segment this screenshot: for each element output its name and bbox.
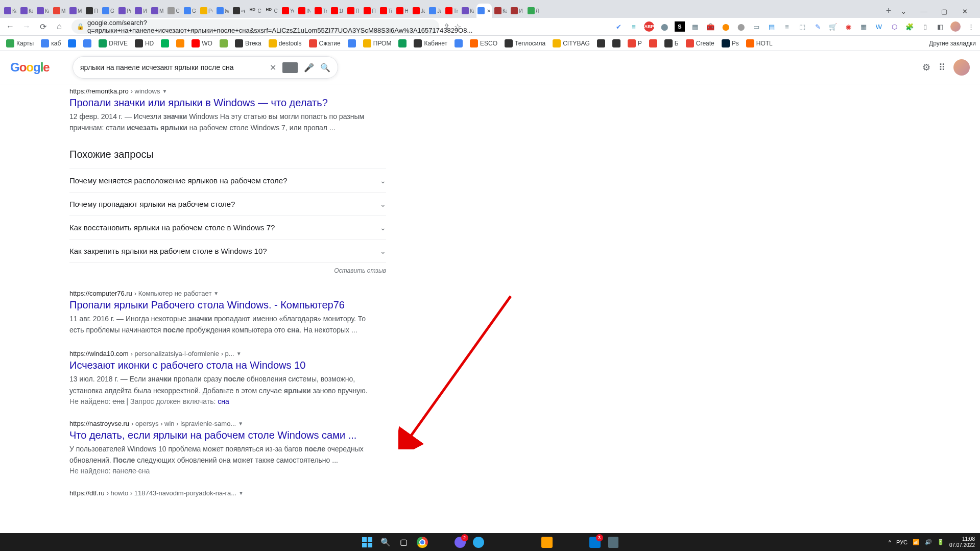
browser-tab[interactable]: Ка	[493, 4, 508, 18]
apps-icon[interactable]: ⠿	[939, 62, 945, 73]
browser-tab[interactable]: G	[101, 4, 116, 18]
reading-list-icon[interactable]: ▯	[920, 21, 930, 32]
related-search-item[interactable]: Как восстановить ярлыки на рабочем столе…	[69, 216, 386, 239]
search-taskbar-icon[interactable]: 🔍	[378, 535, 393, 549]
tray-chevron[interactable]: ^	[889, 539, 891, 545]
bookmark-item[interactable]	[452, 38, 465, 49]
ext-icon[interactable]: ⬤	[736, 21, 746, 32]
browser-tab[interactable]: И	[509, 4, 524, 18]
browser-tab[interactable]: П	[346, 4, 361, 18]
result-url[interactable]: https://computer76.ru › Компьютер не раб…	[69, 290, 376, 297]
account-avatar[interactable]	[953, 59, 970, 76]
bookmark-item[interactable]: Сжатие	[307, 38, 343, 49]
ext-icon[interactable]: W	[874, 21, 884, 32]
result-title[interactable]: Исчезают иконки с рабочего стола на Wind…	[69, 360, 376, 371]
browser-tab[interactable]: П	[84, 4, 100, 18]
volume-icon[interactable]: 🔊	[925, 539, 932, 545]
bookmark-item[interactable]: destools	[267, 38, 304, 49]
ext-icon[interactable]: ▦	[690, 21, 700, 32]
window-maximize[interactable]: ▢	[937, 8, 952, 15]
browser-tab[interactable]: IN	[297, 4, 312, 18]
feedback-taskbar-icon[interactable]: 3	[588, 535, 602, 549]
share-icon[interactable]: ⇪	[443, 22, 450, 32]
ext-icon[interactable]: ▦	[858, 21, 869, 32]
ext-icon[interactable]: ✔	[613, 21, 624, 32]
browser-tab[interactable]: Ка	[460, 4, 475, 18]
related-search-item[interactable]: Почему меняется расположение ярлыков на …	[69, 169, 386, 193]
browser-tab[interactable]: Ка	[35, 4, 51, 18]
back-button[interactable]: ←	[4, 22, 16, 31]
url-field[interactable]: 🔒 google.com/search?q=ярлыки+на+панеле+и…	[71, 19, 439, 34]
ext-icon[interactable]: ⬤	[721, 21, 731, 32]
bookmark-item[interactable]: Втека	[233, 38, 264, 49]
result-url[interactable]: https://remontka.pro › windows ▼	[69, 87, 376, 95]
new-tab-button[interactable]: +	[881, 4, 896, 18]
bookmark-item[interactable]: DRIVE	[97, 38, 130, 49]
browser-tab[interactable]: Tr	[444, 4, 459, 18]
ext-icon[interactable]: ≡	[629, 21, 639, 32]
bookmark-item[interactable]	[81, 38, 93, 49]
ext-icon[interactable]: ⬡	[889, 21, 899, 32]
bookmark-item[interactable]	[66, 38, 78, 49]
ext-icon[interactable]: 🧰	[705, 21, 715, 32]
result-title[interactable]: Пропали значки или ярлыки в Windows — чт…	[69, 97, 376, 109]
result-url[interactable]: https://winda10.com › personalizatsiya-i…	[69, 350, 376, 357]
ext-icon[interactable]: S	[675, 21, 685, 32]
ext-icon[interactable]: 🛒	[828, 21, 838, 32]
browser-tab[interactable]: HDC	[264, 4, 279, 18]
bookmark-item[interactable]: ESCO	[468, 38, 499, 49]
ext-icon[interactable]: ▭	[751, 21, 761, 32]
browser-tab[interactable]: Pe	[199, 4, 214, 18]
ext-icon-adblock[interactable]: ABP	[644, 21, 654, 32]
bookmark-item[interactable]: HOTL	[744, 38, 775, 49]
browser-tab[interactable]: М	[150, 4, 165, 18]
telegram-taskbar-icon[interactable]	[471, 535, 486, 549]
browser-tab[interactable]: Tr	[313, 4, 328, 18]
browser-tab[interactable]: П	[362, 4, 377, 18]
bookmark-item[interactable]: HD	[133, 38, 156, 49]
browser-tab[interactable]: М	[68, 4, 83, 18]
chrome-menu[interactable]: ⋮	[966, 21, 976, 32]
extensions-button[interactable]: 🧩	[904, 21, 915, 32]
forward-button[interactable]: →	[20, 22, 33, 31]
keyboard-icon[interactable]: ⌨	[282, 62, 298, 73]
start-button[interactable]	[360, 535, 374, 549]
bookmark-item[interactable]	[218, 38, 230, 49]
browser-tab[interactable]: Ка	[19, 4, 34, 18]
star-icon[interactable]: ☆	[454, 22, 461, 32]
bookmark-item[interactable]	[595, 38, 607, 49]
app-taskbar-icon[interactable]	[540, 535, 554, 549]
bookmark-item[interactable]	[396, 38, 409, 49]
browser-tab[interactable]: М	[52, 4, 67, 18]
search-icon[interactable]: 🔍	[320, 63, 330, 73]
bookmark-item[interactable]: Create	[684, 38, 716, 49]
ext-icon[interactable]: ≡	[782, 21, 792, 32]
window-minimize[interactable]: —	[916, 8, 931, 15]
bookmark-item[interactable]	[647, 38, 659, 49]
result-url[interactable]: https://dtf.ru › howto › 118743-navodim-…	[69, 489, 376, 497]
clock[interactable]: 11:08 07.07.2022	[949, 536, 975, 548]
result-title[interactable]: Что делать, если ярлыки на рабочем столе…	[69, 429, 376, 441]
related-search-item[interactable]: Почему пропадают ярлыки на рабочем столе…	[69, 193, 386, 216]
bookmark-item[interactable]	[159, 38, 171, 49]
bookmark-item[interactable]: ПРОМ	[361, 38, 394, 49]
reload-button[interactable]: ⟳	[37, 22, 49, 32]
chrome-menu-chevron[interactable]: ⌄	[896, 8, 911, 15]
bookmark-item[interactable]: Ps	[720, 38, 741, 49]
battery-icon[interactable]: 🔋	[937, 539, 944, 545]
calculator-taskbar-icon[interactable]	[606, 535, 620, 549]
other-bookmarks[interactable]: Другие закладки	[927, 40, 976, 47]
browser-tab[interactable]: И	[133, 4, 149, 18]
search-box[interactable]: ✕ ⌨ 🎤 🔍	[73, 56, 338, 79]
bookmark-item[interactable]	[174, 38, 186, 49]
browser-tab[interactable]: Ка	[3, 4, 18, 18]
bookmark-item[interactable]: Б	[662, 38, 681, 49]
bookmark-item[interactable]: CITYBAG	[551, 38, 592, 49]
language-indicator[interactable]: РУС	[896, 539, 907, 545]
side-panel-icon[interactable]: ◧	[935, 21, 945, 32]
profile-avatar[interactable]	[950, 21, 961, 32]
browser-tab[interactable]: Yo	[280, 4, 296, 18]
ext-icon[interactable]: ⬚	[797, 21, 807, 32]
ext-icon[interactable]: ✎	[812, 21, 823, 32]
wifi-icon[interactable]: 📶	[913, 539, 920, 545]
